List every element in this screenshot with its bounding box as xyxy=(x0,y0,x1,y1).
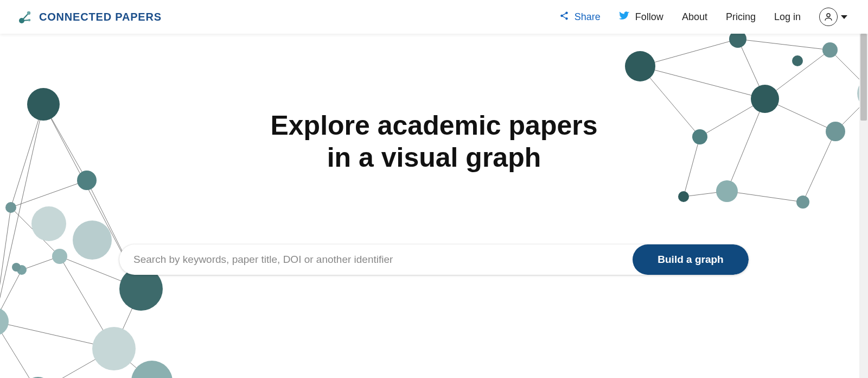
nav-login-label: Log in xyxy=(774,11,801,23)
search-bar: Build a graph xyxy=(119,244,749,275)
build-graph-button[interactable]: Build a graph xyxy=(633,244,749,275)
nav-pricing-label: Pricing xyxy=(726,11,756,23)
nav-follow[interactable]: Follow xyxy=(619,10,663,24)
nav-share-label: Share xyxy=(575,11,601,23)
logo-icon xyxy=(18,10,33,24)
brand-name: CONNECTED PAPERS xyxy=(39,11,162,23)
headline-line1: Explore academic papers xyxy=(270,110,597,141)
nav-about[interactable]: About xyxy=(682,11,707,23)
hero-headline: Explore academic papers in a visual grap… xyxy=(270,110,597,174)
scrollbar[interactable] xyxy=(859,34,868,378)
svg-point-2 xyxy=(19,18,24,23)
account-menu[interactable] xyxy=(819,8,847,26)
scrollbar-thumb[interactable] xyxy=(860,34,867,121)
svg-point-4 xyxy=(28,19,31,22)
top-nav: Share Follow About Pricing Log in xyxy=(559,8,847,26)
nav-pricing[interactable]: Pricing xyxy=(726,11,756,23)
headline-line2: in a visual graph xyxy=(327,142,541,173)
svg-point-3 xyxy=(27,11,30,15)
nav-follow-label: Follow xyxy=(635,11,663,23)
chevron-down-icon xyxy=(841,15,847,19)
twitter-icon xyxy=(619,10,630,24)
nav-about-label: About xyxy=(682,11,707,23)
nav-login[interactable]: Log in xyxy=(774,11,801,23)
avatar xyxy=(819,8,838,26)
share-icon xyxy=(559,11,569,23)
svg-point-5 xyxy=(827,14,830,17)
nav-share[interactable]: Share xyxy=(559,11,601,23)
hero: Explore academic papers in a visual grap… xyxy=(0,34,868,378)
header: CONNECTED PAPERS Share Follow About Pric… xyxy=(0,0,868,34)
main-canvas: Explore academic papers in a visual grap… xyxy=(0,34,868,378)
brand[interactable]: CONNECTED PAPERS xyxy=(18,10,162,24)
search-input[interactable] xyxy=(119,244,633,275)
